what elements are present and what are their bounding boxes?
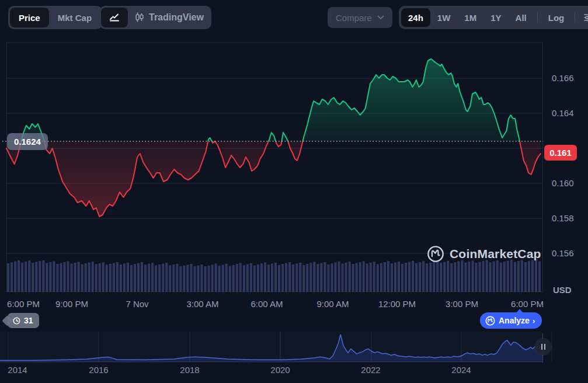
range-tab-all[interactable]: All bbox=[509, 8, 534, 27]
history-navigator[interactable] bbox=[0, 330, 588, 365]
x-axis-label: 12:00 PM bbox=[378, 299, 416, 309]
navigator-year-label: 2014 bbox=[8, 365, 27, 375]
navigator-year-label: 2022 bbox=[361, 365, 380, 375]
analyze-label: Analyze bbox=[499, 316, 530, 325]
x-axis-label: 6:00 PM bbox=[7, 299, 40, 309]
coinmarketcap-logo-icon bbox=[427, 245, 444, 263]
x-axis-label: 9:00 AM bbox=[316, 299, 349, 309]
chevron-down-icon bbox=[377, 15, 384, 20]
navigator-year-label: 2016 bbox=[89, 365, 108, 375]
navigator-year-label: 2024 bbox=[451, 365, 471, 375]
x-axis-label: 6:00 PM bbox=[511, 299, 544, 309]
mktcap-tab[interactable]: Mkt Cap bbox=[49, 8, 100, 27]
current-price-badge: 0.161 bbox=[544, 145, 577, 161]
compare-button-label: Compare bbox=[336, 13, 372, 23]
navigator-year-label: 2020 bbox=[270, 365, 290, 375]
volume-bars bbox=[7, 259, 541, 292]
analyze-pointer bbox=[516, 309, 523, 313]
line-chart-type-button[interactable] bbox=[101, 8, 128, 27]
x-axis-label: 7 Nov bbox=[126, 299, 148, 309]
cmc-logo-icon bbox=[485, 316, 495, 326]
x-axis-label: 3:00 AM bbox=[186, 299, 218, 309]
coinmarketcap-watermark: CoinMarketCap bbox=[427, 245, 541, 263]
watermark-text: CoinMarketCap bbox=[450, 247, 541, 261]
divider bbox=[537, 12, 538, 23]
compare-button[interactable]: Compare bbox=[328, 7, 392, 28]
range-tab-1w[interactable]: 1W bbox=[430, 8, 458, 27]
navigator-resize-handle[interactable] bbox=[535, 339, 551, 355]
range-tab-1y[interactable]: 1Y bbox=[483, 8, 508, 27]
chart-type-toggle: TradingView bbox=[99, 6, 211, 29]
range-tab-1m[interactable]: 1M bbox=[457, 8, 483, 27]
history-count: 31 bbox=[24, 316, 33, 325]
range-tab-24h[interactable]: 24h bbox=[401, 8, 430, 27]
price-line-series bbox=[6, 59, 541, 217]
price-tab[interactable]: Price bbox=[10, 8, 49, 27]
navigator-year-axis: 201420162018202020222024 bbox=[0, 365, 588, 377]
price-mktcap-toggle: Price Mkt Cap bbox=[8, 6, 102, 29]
analyze-button[interactable]: Analyze › bbox=[480, 312, 542, 329]
candlestick-icon[interactable] bbox=[135, 12, 144, 23]
clock-history-icon bbox=[12, 316, 21, 325]
x-axis-label: 9:00 PM bbox=[55, 299, 88, 309]
tradingview-toggle[interactable]: TradingView bbox=[149, 12, 204, 23]
x-axis-label: 3:00 PM bbox=[446, 299, 478, 309]
baseline-price-label: 0.1624 bbox=[7, 133, 48, 150]
x-axis-label: 6:00 AM bbox=[250, 299, 283, 309]
line-chart-icon bbox=[109, 12, 120, 23]
history-count-badge[interactable]: 31 bbox=[6, 313, 39, 328]
navigator-year-label: 2018 bbox=[180, 365, 199, 375]
chevron-right-icon: › bbox=[533, 316, 535, 325]
x-axis: 6:00 PM9:00 PM7 Nov3:00 AM6:00 AM9:00 AM… bbox=[0, 299, 588, 312]
chart-toolbar: Price Mkt Cap TradingView Compare bbox=[0, 0, 588, 34]
